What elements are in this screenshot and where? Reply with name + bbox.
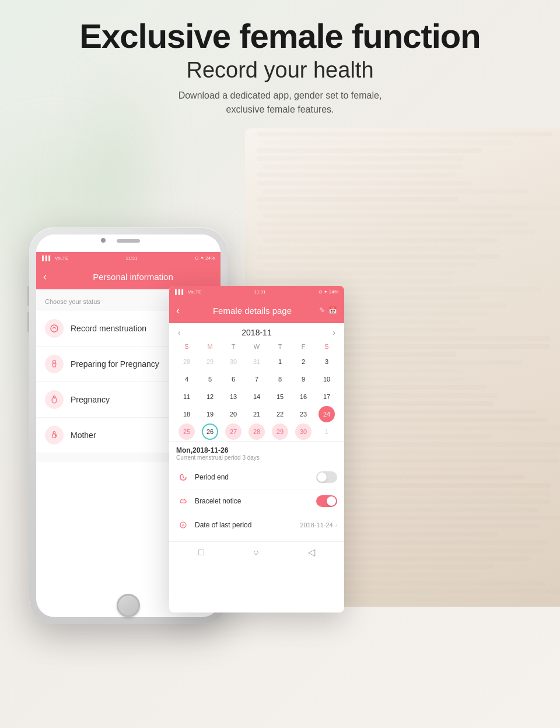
cal-day-28p[interactable]: 28 — [178, 354, 195, 370]
cal-day-28[interactable]: 28 — [249, 424, 265, 440]
cal-day-1n[interactable]: 1 — [318, 424, 335, 440]
cal-day-27[interactable]: 27 — [225, 424, 242, 440]
cal-day-7[interactable]: 7 — [249, 371, 265, 387]
bracelet-notice-row: Bracelet notice — [176, 489, 337, 513]
phone2-bottom-nav: □ ○ ◁ — [169, 541, 344, 562]
phone2-frame: ▌▌▌ VoLTE 11:31 ⊙ ✶ 24% ‹ Female details… — [169, 286, 344, 612]
nav-title: Personal information — [52, 272, 214, 282]
cal-day-3[interactable]: 3 — [318, 354, 335, 370]
cal-week-2: 4 5 6 7 8 9 10 — [175, 371, 338, 387]
cal-day-18[interactable]: 18 — [178, 406, 195, 422]
calendar-icon[interactable]: 📅 — [328, 306, 337, 314]
period-end-label: Period end — [195, 473, 316, 481]
cal-day-24-today[interactable]: 24 — [318, 406, 335, 422]
time-label: 11:31 — [125, 256, 137, 261]
col-thursday: T — [268, 342, 292, 351]
svg-point-5 — [53, 432, 55, 434]
date-of-last-period-label: Date of last period — [195, 521, 300, 529]
cal-day-16[interactable]: 16 — [295, 388, 312, 405]
back-button[interactable]: ‹ — [43, 271, 47, 283]
phone1-top — [36, 235, 220, 252]
cal-day-12[interactable]: 12 — [202, 388, 218, 405]
record-icon — [45, 319, 64, 338]
period-end-icon — [176, 470, 190, 484]
cal-day-29[interactable]: 29 — [272, 424, 288, 440]
cal-day-29p[interactable]: 29 — [202, 354, 218, 370]
bracelet-icon — [176, 494, 190, 508]
col-friday: F — [292, 342, 315, 351]
phone2-status-bar: ▌▌▌ VoLTE 11:31 ⊙ ✶ 24% — [169, 286, 344, 298]
p2-nav-title: Female details page — [186, 306, 319, 316]
status-left: ▌▌▌ VoLTE — [42, 256, 68, 261]
cal-day-4[interactable]: 4 — [178, 371, 195, 387]
p2-back-button[interactable]: ‹ — [176, 304, 180, 317]
calendar-nav: ‹ 2018-11 › — [169, 323, 344, 342]
cal-day-30p[interactable]: 30 — [225, 354, 242, 370]
nav-back-icon[interactable]: ◁ — [308, 547, 315, 558]
detail-date: Mon,2018-11-26 — [176, 446, 337, 454]
date-arrow[interactable]: › — [335, 522, 337, 528]
col-wednesday: W — [245, 342, 268, 351]
col-saturday: S — [315, 342, 338, 351]
cal-day-1[interactable]: 1 — [272, 354, 288, 370]
cal-week-1: 28 29 30 31 1 2 3 — [175, 354, 338, 370]
svg-point-4 — [54, 400, 55, 401]
svg-point-1 — [53, 360, 56, 363]
period-end-toggle[interactable] — [316, 471, 337, 483]
status-icons: ⊙ ✶ 24% — [195, 256, 215, 261]
cal-day-31p[interactable]: 31 — [249, 354, 265, 370]
home-button[interactable] — [117, 594, 140, 617]
speaker — [117, 239, 140, 243]
cal-day-21[interactable]: 21 — [249, 406, 265, 422]
svg-point-0 — [51, 325, 58, 332]
col-monday: M — [198, 342, 222, 351]
svg-rect-7 — [180, 500, 186, 503]
date-of-last-period-value: 2018-11-24 — [300, 522, 332, 528]
cal-day-25[interactable]: 25 — [178, 424, 195, 440]
bracelet-notice-thumb — [327, 496, 336, 506]
cal-day-13[interactable]: 13 — [225, 388, 242, 405]
cal-day-14[interactable]: 14 — [249, 388, 265, 405]
bracelet-notice-toggle[interactable] — [316, 495, 337, 507]
signal-icon: ▌▌▌ — [42, 256, 52, 261]
phone1-status-bar: ▌▌▌ VoLTE 11:31 ⊙ ✶ 24% — [36, 252, 220, 264]
cal-day-26-selected[interactable]: 26 — [202, 424, 218, 440]
p2-signal: ▌▌▌ — [175, 289, 185, 295]
description: Download a dedicated app, gender set to … — [0, 89, 560, 117]
mother-icon — [45, 426, 64, 444]
cal-prev[interactable]: ‹ — [178, 328, 181, 337]
phone2: ▌▌▌ VoLTE 11:31 ⊙ ✶ 24% ‹ Female details… — [169, 286, 344, 612]
date-of-last-period-row: Date of last period 2018-11-24 › — [176, 513, 337, 537]
cal-day-9[interactable]: 9 — [295, 371, 312, 387]
period-info: Current menstrual period 3 days — [176, 454, 337, 461]
pregnancy-prep-icon — [45, 355, 64, 373]
carrier-label: VoLTE — [55, 256, 68, 261]
cal-day-23[interactable]: 23 — [295, 406, 312, 422]
cal-week-4: 18 19 20 21 22 23 24 — [175, 406, 338, 422]
cal-day-6[interactable]: 6 — [225, 371, 242, 387]
p2-icons: ⊙ ✶ 24% — [318, 289, 338, 295]
cal-day-2[interactable]: 2 — [295, 354, 312, 370]
cal-next[interactable]: › — [332, 328, 335, 337]
cal-day-17[interactable]: 17 — [318, 388, 335, 405]
cal-day-22[interactable]: 22 — [272, 406, 288, 422]
status-right: ⊙ ✶ 24% — [195, 256, 215, 261]
camera — [101, 238, 106, 243]
cal-day-5[interactable]: 5 — [202, 371, 218, 387]
cal-day-19[interactable]: 19 — [202, 406, 218, 422]
sub-title: Record your health — [0, 58, 560, 83]
cal-day-10[interactable]: 10 — [318, 371, 335, 387]
cal-day-20[interactable]: 20 — [225, 406, 242, 422]
col-tuesday: T — [222, 342, 245, 351]
p2-carrier: VoLTE — [188, 289, 201, 295]
nav-square-icon[interactable]: □ — [198, 547, 204, 558]
cal-day-11[interactable]: 11 — [178, 388, 195, 405]
nav-circle-icon[interactable]: ○ — [253, 547, 259, 558]
edit-icon[interactable]: ✎ — [319, 306, 325, 314]
cal-day-15[interactable]: 15 — [272, 388, 288, 405]
cal-day-30[interactable]: 30 — [295, 424, 312, 440]
cal-day-8[interactable]: 8 — [272, 371, 288, 387]
period-end-thumb — [317, 473, 327, 482]
p2-status-right: ⊙ ✶ 24% — [318, 289, 338, 295]
cal-week-3: 11 12 13 14 15 16 17 — [175, 388, 338, 405]
